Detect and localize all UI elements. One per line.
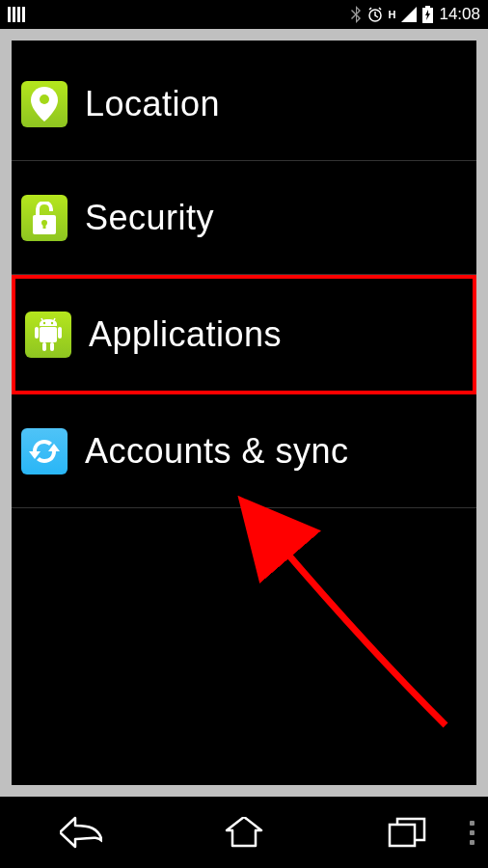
- signal-icon: [401, 7, 417, 22]
- settings-item-applications[interactable]: Applications: [12, 275, 476, 394]
- home-button[interactable]: [191, 809, 297, 855]
- recent-apps-button[interactable]: [354, 809, 460, 855]
- back-icon: [60, 816, 102, 849]
- dot-icon: [470, 830, 474, 835]
- notification-icon: [8, 7, 27, 22]
- svg-point-12: [51, 322, 53, 324]
- status-time: 14:08: [439, 5, 480, 24]
- dot-icon: [470, 840, 474, 845]
- android-icon: [25, 312, 71, 358]
- navigation-bar: [0, 797, 488, 868]
- status-left: [8, 7, 27, 22]
- svg-rect-10: [43, 223, 46, 229]
- dot-icon: [470, 821, 474, 826]
- svg-rect-16: [42, 342, 46, 351]
- svg-rect-17: [50, 342, 54, 351]
- settings-item-security[interactable]: Security: [12, 161, 476, 275]
- svg-rect-3: [22, 7, 25, 22]
- home-icon: [223, 817, 265, 848]
- battery-icon: [422, 6, 433, 23]
- alarm-icon: [367, 7, 383, 22]
- recent-apps-icon: [388, 817, 426, 848]
- overflow-menu-button[interactable]: [470, 821, 474, 845]
- svg-rect-15: [58, 327, 62, 339]
- content-frame: Location Security Applications Accounts …: [0, 29, 488, 797]
- location-icon: [21, 81, 68, 127]
- settings-item-label: Accounts & sync: [85, 431, 349, 472]
- svg-rect-2: [17, 7, 20, 22]
- svg-rect-0: [8, 7, 11, 22]
- svg-rect-18: [390, 825, 415, 846]
- back-button[interactable]: [28, 809, 134, 855]
- settings-item-label: Security: [85, 198, 214, 238]
- status-right: H 14:08: [350, 5, 481, 24]
- settings-list: Location Security Applications Accounts …: [12, 41, 476, 785]
- svg-point-11: [43, 322, 45, 324]
- data-indicator: H: [389, 9, 396, 20]
- sync-icon: [21, 428, 68, 475]
- svg-rect-14: [35, 327, 39, 339]
- settings-item-location[interactable]: Location: [12, 41, 476, 161]
- svg-rect-13: [40, 327, 57, 342]
- svg-rect-1: [13, 7, 15, 22]
- bluetooth-icon: [350, 6, 362, 23]
- status-bar: H 14:08: [0, 0, 488, 29]
- svg-rect-6: [425, 6, 430, 8]
- lock-icon: [21, 195, 68, 241]
- settings-item-accounts-sync[interactable]: Accounts & sync: [12, 394, 476, 508]
- settings-item-label: Location: [85, 84, 220, 124]
- svg-point-7: [40, 95, 49, 104]
- settings-item-label: Applications: [89, 314, 282, 355]
